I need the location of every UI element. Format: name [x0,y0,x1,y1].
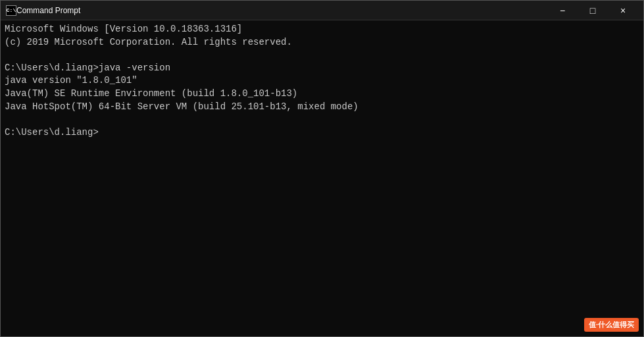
terminal-line: Java(TM) SE Runtime Environment (build 1… [5,88,639,101]
terminal-line [5,113,639,126]
maximize-button[interactable]: □ [578,1,608,20]
window-controls: − □ × [547,1,638,20]
terminal-line [5,49,639,62]
titlebar: C:\ Command Prompt − □ × [1,1,643,20]
terminal-line: C:\Users\d.liang>java -version [5,62,639,75]
terminal-line: Java HotSpot(TM) 64-Bit Server VM (build… [5,101,639,114]
minimize-button[interactable]: − [547,1,578,20]
cmd-window: C:\ Command Prompt − □ × Microsoft Windo… [0,0,644,337]
terminal-line: C:\Users\d.liang> [5,126,639,140]
terminal-line: (c) 2019 Microsoft Corporation. All righ… [5,36,639,49]
terminal-body[interactable]: Microsoft Windows [Version 10.0.18363.13… [1,20,643,336]
terminal-line: Microsoft Windows [Version 10.0.18363.13… [5,23,639,36]
app-icon: C:\ [6,5,16,16]
terminal-line: java version "1.8.0_101" [5,74,639,88]
window-title: Command Prompt [16,6,547,15]
close-button[interactable]: × [608,1,638,20]
